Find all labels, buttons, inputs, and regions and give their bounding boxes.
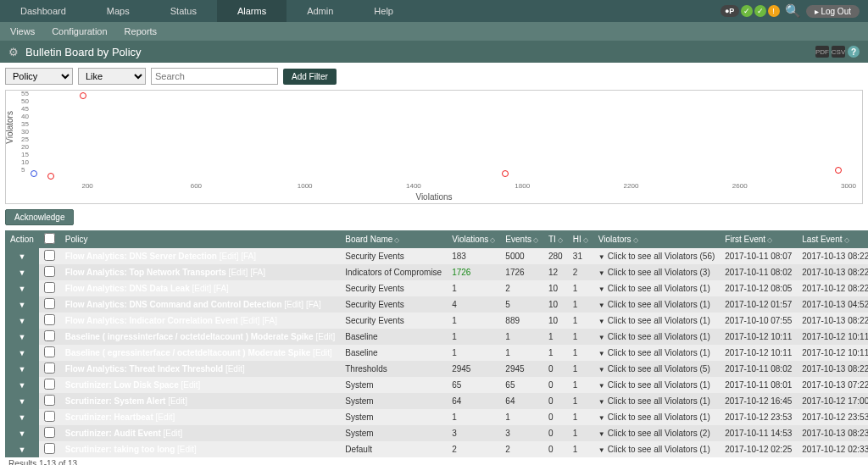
violators-link[interactable]: ▼Click to see all Violators (1) <box>598 348 710 357</box>
row-action-icon[interactable]: ▼ <box>18 365 25 374</box>
row-action-icon[interactable]: ▼ <box>18 268 25 277</box>
row-checkbox[interactable] <box>44 427 55 438</box>
row-action-icon[interactable]: ▼ <box>18 381 25 390</box>
policy-link[interactable]: [FA] <box>262 316 277 325</box>
violators-link[interactable]: ▼Click to see all Violators (1) <box>598 300 710 309</box>
row-action-icon[interactable]: ▼ <box>18 397 25 406</box>
nav-tab-status[interactable]: Status <box>150 0 217 22</box>
policy-link[interactable]: [Edit] <box>181 380 201 390</box>
violators-link[interactable]: ▼Click to see all Violators (1) <box>598 332 710 341</box>
logout-button[interactable]: ▸ Log Out <box>806 5 860 18</box>
col-violators[interactable]: Violators◇ <box>593 230 720 248</box>
badge-ok-1[interactable]: ✓ <box>741 5 753 17</box>
col-policy[interactable]: Policy <box>60 230 340 248</box>
policy-link[interactable]: [Edit] <box>168 396 187 406</box>
violators-link[interactable]: ▼Click to see all Violators (3) <box>598 268 710 277</box>
row-checkbox[interactable] <box>44 250 55 261</box>
policy-link[interactable]: [FA] <box>306 300 321 309</box>
policy-link[interactable]: [Edit] <box>220 252 242 261</box>
subnav-configuration[interactable]: Configuration <box>52 26 107 36</box>
col-violations[interactable]: Violations◇ <box>447 230 500 248</box>
row-action-icon[interactable]: ▼ <box>18 252 25 261</box>
violators-link[interactable]: ▼Click to see all Violators (1) <box>598 284 710 293</box>
policy-link[interactable]: [Edit] <box>177 445 197 454</box>
badge-warn[interactable]: ! <box>768 5 780 17</box>
row-checkbox[interactable] <box>44 346 55 357</box>
policy-link[interactable]: [Edit] <box>313 348 332 357</box>
policy-link[interactable]: [FA] <box>241 252 256 261</box>
policy-link[interactable]: [FA] <box>214 284 229 293</box>
col-first-event[interactable]: First Event◇ <box>720 230 797 248</box>
badge-p[interactable]: ●P <box>721 5 739 17</box>
filter-field-select[interactable]: Policy <box>5 68 73 85</box>
add-filter-button[interactable]: Add Filter <box>283 69 337 85</box>
policy-link[interactable]: [Edit] <box>229 268 251 277</box>
policy-link[interactable]: [Edit] <box>156 412 175 422</box>
nav-tab-admin[interactable]: Admin <box>287 0 353 22</box>
col-hi[interactable]: HI◇ <box>568 230 593 248</box>
col-events[interactable]: Events◇ <box>500 230 543 248</box>
row-checkbox[interactable] <box>44 298 55 309</box>
col-board-name[interactable]: Board Name◇ <box>340 230 447 248</box>
row-checkbox[interactable] <box>44 395 55 406</box>
policy-link[interactable]: [Edit] <box>315 332 335 341</box>
help-icon[interactable]: ? <box>848 46 860 58</box>
chart-point[interactable] <box>80 92 86 99</box>
violators-link[interactable]: ▼Click to see all Violators (2) <box>598 429 710 438</box>
row-checkbox[interactable] <box>44 379 55 390</box>
violators-link[interactable]: ▼Click to see all Violators (1) <box>598 445 710 454</box>
chart-point[interactable] <box>31 170 37 177</box>
search-icon[interactable]: 🔍 <box>785 3 801 19</box>
violators-link[interactable]: ▼Click to see all Violators (1) <box>598 380 710 390</box>
row-action-icon[interactable]: ▼ <box>18 413 25 422</box>
row-checkbox[interactable] <box>44 411 55 422</box>
policy-link[interactable]: [Edit] <box>164 429 183 438</box>
export-pdf-icon[interactable]: PDF <box>815 46 829 58</box>
scatter-chart[interactable]: Violators Violations 5101520253035404550… <box>5 90 863 204</box>
row-action-icon[interactable]: ▼ <box>18 333 25 341</box>
col-last-event[interactable]: Last Event◇ <box>797 230 868 248</box>
policy-link[interactable]: [Edit] <box>192 284 214 293</box>
violators-link[interactable]: ▼Click to see all Violators (1) <box>598 396 710 406</box>
violators-link[interactable]: ▼Click to see all Violators (5) <box>598 364 710 374</box>
row-action-icon[interactable]: ▼ <box>18 301 25 309</box>
row-checkbox[interactable] <box>44 363 55 374</box>
cell: System <box>340 393 447 409</box>
chart-point[interactable] <box>502 170 509 177</box>
policy-link[interactable]: [Edit] <box>284 300 306 309</box>
row-checkbox[interactable] <box>44 266 55 277</box>
subnav-reports[interactable]: Reports <box>125 26 158 36</box>
policy-cell: Flow Analytics: Threat Index Threshold [… <box>60 361 340 377</box>
gear-icon[interactable]: ⚙ <box>8 46 19 58</box>
chart-point[interactable] <box>835 167 842 174</box>
acknowledge-button[interactable]: Acknowledge <box>5 209 74 225</box>
row-action-icon[interactable]: ▼ <box>18 429 25 438</box>
row-checkbox[interactable] <box>44 314 55 325</box>
row-action-icon[interactable]: ▼ <box>18 317 25 325</box>
col-ti[interactable]: TI◇ <box>543 230 568 248</box>
nav-tab-alarms[interactable]: Alarms <box>217 0 287 22</box>
row-action-icon[interactable]: ▼ <box>18 349 25 357</box>
filter-search-input[interactable] <box>151 68 278 85</box>
nav-tab-help[interactable]: Help <box>353 0 414 22</box>
row-checkbox[interactable] <box>44 443 55 454</box>
badge-ok-2[interactable]: ✓ <box>754 5 766 17</box>
chart-point[interactable] <box>47 173 54 180</box>
row-checkbox[interactable] <box>44 282 55 293</box>
policy-link[interactable]: [Edit] <box>241 316 263 325</box>
row-checkbox[interactable] <box>44 330 55 341</box>
policy-link[interactable]: [Edit] <box>225 364 245 374</box>
violators-link[interactable]: ▼Click to see all Violators (56) <box>598 252 715 261</box>
violators-link[interactable]: ▼Click to see all Violators (1) <box>598 316 710 325</box>
export-csv-icon[interactable]: CSV <box>832 46 845 58</box>
x-tick: 200 <box>81 182 92 190</box>
row-action-icon[interactable]: ▼ <box>18 285 25 293</box>
row-action-icon[interactable]: ▼ <box>18 446 25 454</box>
policy-link[interactable]: [FA] <box>250 268 265 277</box>
violators-link[interactable]: ▼Click to see all Violators (1) <box>598 412 710 422</box>
select-all-checkbox[interactable] <box>44 233 55 244</box>
nav-tab-dashboard[interactable]: Dashboard <box>0 0 86 22</box>
nav-tab-maps[interactable]: Maps <box>86 0 150 22</box>
subnav-views[interactable]: Views <box>10 26 35 36</box>
filter-op-select[interactable]: Like <box>78 68 146 85</box>
